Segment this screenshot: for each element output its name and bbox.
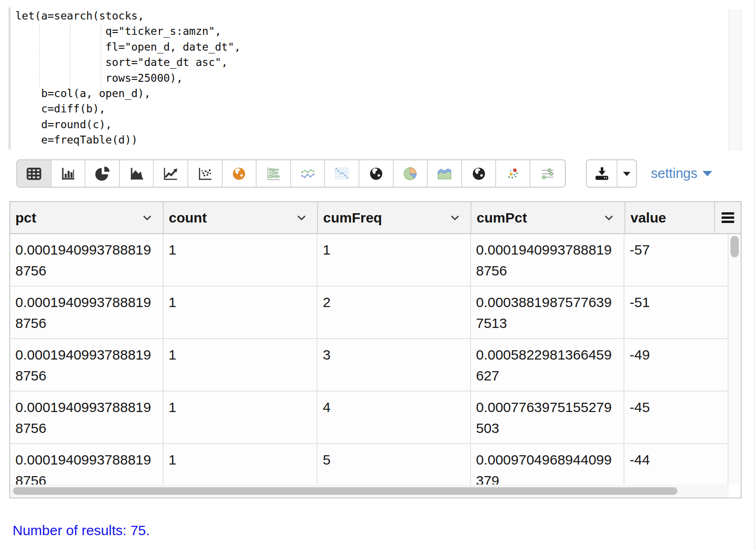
chevron-down-icon[interactable] [143, 215, 152, 221]
code-line: b=col(a, open_d), [15, 86, 241, 101]
globe-dark-button[interactable] [359, 160, 394, 187]
code-editor-left-bar [8, 7, 11, 150]
column-label: pct [15, 210, 36, 226]
caret-down-icon [623, 171, 631, 177]
indent-guide [100, 24, 101, 86]
column-header-pct[interactable]: pct [10, 202, 164, 233]
area-chart-icon [127, 164, 146, 183]
table-cell: 0.00019409937888198756 [10, 287, 164, 338]
column-header-cumFreq[interactable]: cumFreq [318, 202, 471, 233]
pie-chart-colored-button[interactable] [394, 160, 428, 187]
vertical-scrollbar[interactable] [729, 234, 741, 485]
table-cell: -44 [624, 444, 728, 486]
column-label: count [169, 210, 207, 226]
line-points-chart-button[interactable] [291, 160, 325, 187]
chevron-down-icon[interactable] [297, 215, 306, 221]
table-cell: -51 [624, 287, 728, 338]
table-row: 0.00019409937888198756150.00097049689440… [10, 444, 728, 486]
results-count-text: Number of results: 75. [13, 523, 150, 538]
download-button-group [586, 159, 637, 188]
download-icon [593, 164, 611, 183]
code-editor-scrollbar-track[interactable] [729, 9, 742, 151]
pie-chart-button[interactable] [86, 160, 120, 187]
settings-link[interactable]: settings [651, 159, 712, 188]
line-chart-icon [161, 164, 180, 183]
table-cell: 1 [164, 444, 318, 486]
download-button[interactable] [587, 160, 617, 187]
stacked-area-chart-button[interactable] [428, 160, 462, 187]
bar-chart-icon [59, 164, 77, 183]
code-line: sort="date_dt asc", [15, 55, 241, 70]
result-table: pct count cumFreq cumPct value [9, 201, 742, 498]
chevron-down-icon[interactable] [604, 215, 613, 221]
area-chart-button[interactable] [120, 160, 154, 187]
map-globe-orange-button[interactable] [223, 160, 257, 187]
horizontal-scrollbar[interactable] [10, 485, 741, 498]
heatmap-button[interactable] [325, 160, 359, 187]
line-chart-button[interactable] [154, 160, 188, 187]
bubble-chart-button[interactable] [257, 160, 291, 187]
table-cell: 1 [318, 234, 471, 286]
table-row: 0.00019409937888198756110.00019409937888… [10, 234, 728, 287]
table-cell: -45 [624, 392, 728, 443]
code-editor-content[interactable]: let(a=search(stocks, q="ticker_s:amzn", … [15, 8, 241, 148]
column-label: cumPct [477, 210, 527, 226]
table-view-button[interactable] [17, 160, 52, 187]
code-line: fl="open_d, date_dt", [15, 39, 241, 55]
table-cell: -49 [624, 339, 728, 391]
scatter-plot-icon [196, 164, 214, 183]
table-cell: 5 [318, 444, 471, 486]
table-cell: 0.00019409937888198756 [471, 234, 625, 286]
indent-guide [39, 24, 40, 86]
pie-chart-colored-icon [401, 164, 419, 183]
sliders-icon [538, 164, 557, 183]
table-cell: 0.0005822981366459627 [471, 339, 625, 391]
column-header-cumPct[interactable]: cumPct [471, 202, 625, 233]
column-header-count[interactable]: count [164, 202, 318, 233]
table-cell: 1 [164, 392, 318, 443]
table-row: 0.00019409937888198756120.00038819875776… [10, 287, 728, 339]
globe-orange-icon [230, 164, 248, 183]
table-body: 0.00019409937888198756110.00019409937888… [10, 234, 729, 486]
page-edge-line [754, 0, 755, 550]
table-cell: 0.00019409937888198756 [10, 339, 164, 391]
download-options-button[interactable] [617, 160, 636, 187]
table-cell: -57 [624, 234, 728, 286]
settings-label: settings [651, 166, 697, 181]
code-line: c=diff(b), [15, 101, 241, 117]
scatter-colored-icon [504, 164, 522, 183]
table-cell: 1 [164, 339, 318, 391]
table-row: 0.00019409937888198756140.00077639751552… [10, 392, 728, 444]
code-line: q="ticker_s:amzn", [15, 24, 241, 39]
scatter-colored-button[interactable] [496, 160, 531, 187]
vertical-scrollbar-thumb[interactable] [730, 236, 739, 257]
scatter-plot-button[interactable] [188, 160, 223, 187]
code-line: d=round(c), [15, 117, 241, 132]
column-label: cumFreq [323, 210, 382, 226]
sliders-button[interactable] [531, 160, 565, 187]
pie-chart-icon [93, 164, 112, 183]
chevron-down-icon[interactable] [451, 215, 459, 221]
table-cell: 1 [164, 287, 318, 338]
table-cell: 0.0009704968944099379 [471, 444, 625, 486]
table-cell: 0.00038819875776397513 [471, 287, 625, 338]
scrollbar-corner [729, 485, 741, 498]
indent-guide [70, 24, 71, 86]
line-points-chart-icon [298, 164, 317, 183]
menu-icon [722, 212, 734, 223]
table-cell: 3 [318, 339, 471, 391]
horizontal-scrollbar-thumb[interactable] [13, 487, 677, 495]
visualization-toolbar [16, 159, 566, 188]
code-editor[interactable]: let(a=search(stocks, q="ticker_s:amzn", … [0, 0, 756, 153]
globe-dark-2-button[interactable] [462, 160, 497, 187]
bubble-chart-icon [264, 164, 283, 183]
table-menu-button[interactable] [715, 202, 741, 233]
column-label: value [630, 210, 666, 226]
column-header-value[interactable]: value [625, 202, 715, 233]
table-cell: 0.0007763975155279503 [471, 392, 625, 443]
code-line: rows=25000), [15, 71, 241, 86]
heatmap-icon [332, 164, 351, 183]
table-header: pct count cumFreq cumPct value [10, 202, 741, 234]
table-cell: 0.00019409937888198756 [10, 392, 164, 443]
bar-chart-button[interactable] [52, 160, 86, 187]
